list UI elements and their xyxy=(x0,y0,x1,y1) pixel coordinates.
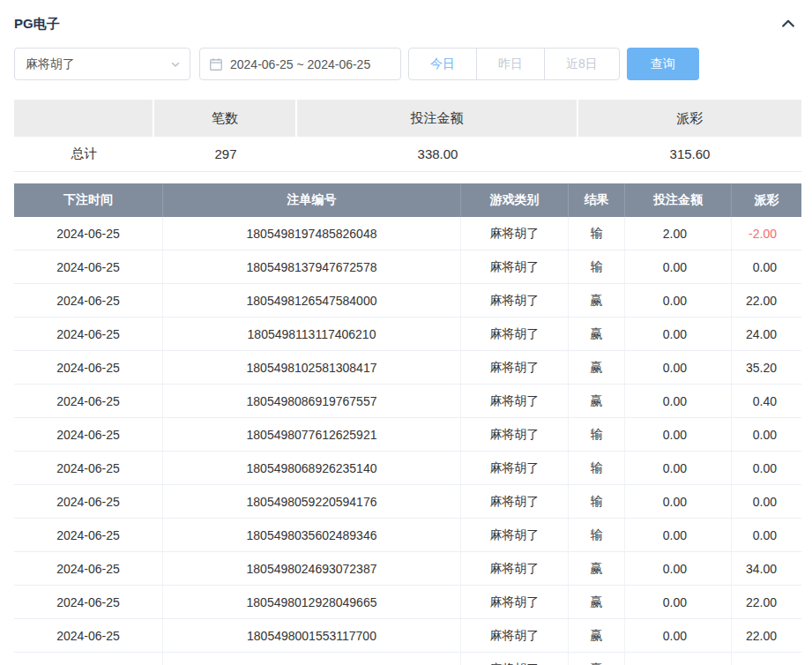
cell-bet-amount: 2.00 xyxy=(625,217,732,250)
cell-game-type: 麻将胡了 xyxy=(461,519,569,551)
cell-bet-time: 2024-06-25 xyxy=(14,485,163,518)
table-row: 2024-06-25 1805498137947672578 麻将胡了 输 0.… xyxy=(14,250,801,284)
cell-bet-id: 1805498113117406210 xyxy=(163,318,461,350)
cell-bet-id: 1805498086919767557 xyxy=(163,385,461,417)
cell-bet-amount: 0.00 xyxy=(625,485,732,518)
summary-bet-amount-value: 338.00 xyxy=(297,137,578,172)
cell-bet-amount: 0.00 xyxy=(625,619,732,652)
cell-bet-id: 1805498137947672578 xyxy=(163,250,461,283)
cell-payout: 22.00 xyxy=(732,586,801,618)
cell-result: 赢 xyxy=(569,619,625,652)
cell-bet-id: 1805497987345317889 xyxy=(163,653,461,665)
summary-table: 笔数 投注金额 派彩 总计 297 338.00 315.60 xyxy=(14,100,801,172)
cell-result: 输 xyxy=(569,217,625,250)
cell-result: 输 xyxy=(569,250,625,283)
table-row: 2024-06-25 1805498024693072387 麻将胡了 赢 0.… xyxy=(14,552,801,586)
quick-button-yesterday[interactable]: 昨日 xyxy=(476,48,545,80)
quick-range-group: 今日 昨日 近8日 xyxy=(408,48,620,80)
cell-payout: 0.00 xyxy=(732,418,801,451)
cell-payout: -2.00 xyxy=(732,217,801,250)
cell-payout: 34.00 xyxy=(732,552,801,585)
table-row: 2024-06-25 1805498113117406210 麻将胡了 赢 0.… xyxy=(14,318,801,351)
cell-bet-time: 2024-06-25 xyxy=(14,586,163,618)
cell-bet-amount: 0.00 xyxy=(625,653,732,665)
cell-payout: 22.00 xyxy=(732,619,801,652)
chevron-up-icon xyxy=(779,15,797,33)
search-button[interactable]: 查询 xyxy=(627,48,699,80)
chevron-down-icon xyxy=(170,59,181,70)
cell-bet-time: 2024-06-25 xyxy=(14,351,163,384)
cell-bet-id: 1805498035602489346 xyxy=(163,519,461,551)
cell-bet-amount: 0.00 xyxy=(625,452,732,484)
cell-result: 赢 xyxy=(569,653,625,665)
summary-count-value: 297 xyxy=(154,137,297,172)
cell-game-type: 麻将胡了 xyxy=(461,217,569,250)
cell-bet-id: 1805498126547584000 xyxy=(163,284,461,317)
cell-game-type: 麻将胡了 xyxy=(461,418,569,451)
cell-game-type: 麻将胡了 xyxy=(461,284,569,317)
cell-result: 输 xyxy=(569,519,625,551)
cell-game-type: 麻将胡了 xyxy=(461,619,569,652)
col-header-payout: 派彩 xyxy=(732,183,801,217)
cell-payout: 0.00 xyxy=(732,250,801,283)
cell-bet-amount: 0.00 xyxy=(625,552,732,585)
cell-bet-time: 2024-06-25 xyxy=(14,217,163,250)
cell-bet-id: 1805498197485826048 xyxy=(163,217,461,250)
game-select[interactable]: 麻将胡了 xyxy=(14,48,190,80)
cell-game-type: 麻将胡了 xyxy=(461,385,569,417)
cell-bet-time: 2024-06-25 xyxy=(14,653,163,665)
table-row: 2024-06-25 1805498068926235140 麻将胡了 输 0.… xyxy=(14,452,801,485)
table-row: 2024-06-25 1805498077612625921 麻将胡了 输 0.… xyxy=(14,418,801,452)
cell-bet-amount: 0.00 xyxy=(625,519,732,551)
table-header-row: 下注时间 注单编号 游戏类别 结果 投注金额 派彩 xyxy=(14,183,801,217)
cell-payout: 0.00 xyxy=(732,519,801,551)
filter-bar: 麻将胡了 2024-06-25 ~ 2024-06-25 今日 昨日 近8日 查… xyxy=(14,48,801,80)
cell-result: 赢 xyxy=(569,385,625,417)
cell-payout: 0.00 xyxy=(732,485,801,518)
cell-payout: 0.40 xyxy=(732,385,801,417)
cell-bet-time: 2024-06-25 xyxy=(14,519,163,551)
table-row: 2024-06-25 1805498126547584000 麻将胡了 赢 0.… xyxy=(14,284,801,318)
cell-result: 输 xyxy=(569,485,625,518)
page-title: PG电子 xyxy=(14,16,60,33)
date-range-value: 2024-06-25 ~ 2024-06-25 xyxy=(230,57,370,71)
col-header-bet-time: 下注时间 xyxy=(14,183,163,217)
cell-bet-time: 2024-06-25 xyxy=(14,318,163,350)
panel-header: PG电子 xyxy=(0,0,812,35)
collapse-button[interactable] xyxy=(778,13,799,34)
summary-row-label: 总计 xyxy=(14,137,154,172)
cell-bet-time: 2024-06-25 xyxy=(14,250,163,283)
table-body: 2024-06-25 1805498197485826048 麻将胡了 输 2.… xyxy=(14,217,801,665)
table-row: 2024-06-25 1805498012928049665 麻将胡了 赢 0.… xyxy=(14,586,801,619)
table-row: 2024-06-25 1805498086919767557 麻将胡了 赢 0.… xyxy=(14,385,801,418)
quick-button-today[interactable]: 今日 xyxy=(408,48,477,80)
summary-header-bet-amount: 投注金额 xyxy=(297,100,578,137)
summary-header-blank xyxy=(14,100,154,137)
cell-game-type: 麻将胡了 xyxy=(461,653,569,665)
summary-header-payout: 派彩 xyxy=(578,100,801,137)
cell-bet-time: 2024-06-25 xyxy=(14,385,163,417)
cell-bet-id: 1805498102581308417 xyxy=(163,351,461,384)
table-row: 2024-06-25 1805498197485826048 麻将胡了 输 2.… xyxy=(14,217,801,250)
date-range-picker[interactable]: 2024-06-25 ~ 2024-06-25 xyxy=(199,48,401,80)
cell-game-type: 麻将胡了 xyxy=(461,485,569,518)
cell-bet-id: 1805498001553117700 xyxy=(163,619,461,652)
records-table: 下注时间 注单编号 游戏类别 结果 投注金额 派彩 2024-06-25 180… xyxy=(14,183,801,665)
table-row: 2024-06-25 1805498035602489346 麻将胡了 输 0.… xyxy=(14,519,801,552)
cell-result: 赢 xyxy=(569,586,625,618)
cell-result: 赢 xyxy=(569,351,625,384)
cell-bet-amount: 0.00 xyxy=(625,351,732,384)
cell-bet-id: 1805498012928049665 xyxy=(163,586,461,618)
cell-bet-amount: 0.00 xyxy=(625,318,732,350)
cell-bet-time: 2024-06-25 xyxy=(14,284,163,317)
cell-game-type: 麻将胡了 xyxy=(461,318,569,350)
calendar-icon xyxy=(209,57,223,71)
cell-bet-amount: 0.00 xyxy=(625,586,732,618)
table-row: 2024-06-25 1805497987345317889 麻将胡了 赢 0.… xyxy=(14,653,801,665)
cell-bet-amount: 0.00 xyxy=(625,418,732,451)
cell-bet-time: 2024-06-25 xyxy=(14,452,163,484)
table-row: 2024-06-25 1805498059220594176 麻将胡了 输 0.… xyxy=(14,485,801,519)
cell-game-type: 麻将胡了 xyxy=(461,552,569,585)
quick-button-last8days[interactable]: 近8日 xyxy=(544,48,620,80)
cell-bet-id: 1805498059220594176 xyxy=(163,485,461,518)
